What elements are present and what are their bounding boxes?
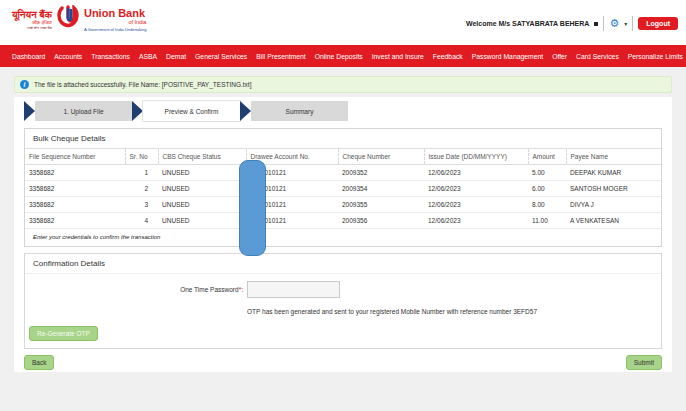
- table-row: 33586824UNUSED0200010121200935612/06/202…: [25, 213, 661, 229]
- info-icon: i: [20, 80, 29, 89]
- table-row: 33586821UNUSED0200010121200935212/06/202…: [25, 165, 661, 181]
- nav-item-personalize-limits[interactable]: Personalize Limits: [628, 53, 683, 60]
- top-header: यूनियन बैंक ऑफ़ इंडिया अच्छे लोग अच्छा ब…: [0, 0, 686, 45]
- table-cell: 12/06/2023: [424, 165, 528, 181]
- actions-row: Back Submit: [24, 355, 662, 370]
- wizard-step-summary[interactable]: Summary: [251, 101, 348, 121]
- divider: [603, 16, 604, 31]
- user-menu-indicator[interactable]: [594, 22, 598, 26]
- bulk-cheque-table: File Sequence NumberSr. NoCBS Cheque Sta…: [25, 148, 661, 229]
- wizard-step-1-upload-file[interactable]: 1. Upload File: [35, 101, 132, 121]
- table-cell: 11.00: [528, 213, 566, 229]
- nav-item-accounts[interactable]: Accounts: [54, 53, 82, 60]
- table-cell: 2: [125, 181, 158, 197]
- confirmation-title: Confirmation Details: [25, 254, 661, 274]
- otp-label-colon: :: [241, 286, 243, 293]
- highlight-overlay: [239, 160, 266, 256]
- table-cell: 12/06/2023: [424, 181, 528, 197]
- nav-item-dashboard[interactable]: Dashboard: [12, 53, 45, 60]
- logo-hindi-text: यूनियन बैंक ऑफ़ इंडिया अच्छे लोग अच्छा ब…: [12, 10, 52, 31]
- welcome-text: Welcome M/s SATYABRATA BEHERA: [466, 20, 589, 27]
- table-cell: 3358682: [25, 165, 125, 181]
- table-cell: UNUSED: [158, 181, 246, 197]
- otp-label: One Time Password*:: [25, 286, 243, 293]
- nav-item-demat[interactable]: Demat: [166, 53, 186, 60]
- nav-item-invest-and-insure[interactable]: Invest and Insure: [372, 53, 424, 60]
- logo-name: Union Bank: [84, 8, 146, 19]
- regenerate-otp-button[interactable]: Re-Generate OTP: [29, 326, 98, 341]
- bulk-cheque-section: Bulk Cheque Details File Sequence Number…: [24, 128, 662, 247]
- logo-english-text: Union Bank of India A Government of Indi…: [84, 8, 146, 32]
- alert-message: The file is attached successfully. File …: [34, 81, 251, 88]
- table-cell: DEEPAK KUMAR: [566, 165, 661, 181]
- union-bank-logo: यूनियन बैंक ऑफ़ इंडिया अच्छे लोग अच्छा ब…: [12, 5, 146, 35]
- table-cell: 12/06/2023: [424, 213, 528, 229]
- settings-caret-icon[interactable]: ▾: [624, 20, 627, 27]
- table-cell: 2009352: [338, 165, 424, 181]
- table-cell: 3358682: [25, 181, 125, 197]
- table-row: 33586822UNUSED0200010121200935412/06/202…: [25, 181, 661, 197]
- nav-item-asba[interactable]: ASBA: [139, 53, 157, 60]
- table-cell: 2009356: [338, 213, 424, 229]
- settings-gear-icon[interactable]: ⚙: [609, 18, 619, 29]
- column-header-issue-date-dd-mm-yyyy: Issue Date (DD/MM/YYYY): [424, 149, 528, 165]
- otp-row: One Time Password*:: [25, 281, 661, 298]
- table-cell: UNUSED: [158, 197, 246, 213]
- table-cell: 6.00: [528, 181, 566, 197]
- nav-item-online-deposits[interactable]: Online Deposits: [315, 53, 363, 60]
- column-header-sr-no: Sr. No: [125, 149, 158, 165]
- column-header-file-sequence-number: File Sequence Number: [25, 149, 125, 165]
- wizard-steps: 1. Upload FilePreview & ConfirmSummary: [24, 101, 672, 121]
- otp-message: OTP has been generated and sent to your …: [247, 308, 653, 315]
- nav-item-transactions[interactable]: Transactions: [91, 53, 130, 60]
- bulk-cheque-title: Bulk Cheque Details: [25, 129, 661, 148]
- nav-item-offer[interactable]: Offer: [552, 53, 567, 60]
- table-cell: 2009355: [338, 197, 424, 213]
- table-cell: SANTOSH MOGER: [566, 181, 661, 197]
- table-cell: A VENKATESAN: [566, 213, 661, 229]
- main-nav: DashboardAccountsTransactionsASBADematGe…: [0, 45, 686, 67]
- table-row: 33586823UNUSED0200010121200935512/06/202…: [25, 197, 661, 213]
- table-cell: 8.00: [528, 197, 566, 213]
- table-cell: DIVYA J: [566, 197, 661, 213]
- step-arrow-icon: [132, 101, 143, 121]
- column-header-amount: Amount: [528, 149, 566, 165]
- table-cell: 3: [125, 197, 158, 213]
- divider: [632, 16, 633, 31]
- nav-item-card-services[interactable]: Card Services: [576, 53, 619, 60]
- table-cell: 1: [125, 165, 158, 181]
- nav-item-feedback[interactable]: Feedback: [433, 53, 463, 60]
- confirmation-section: Confirmation Details One Time Password*:…: [24, 253, 662, 349]
- table-cell: 5.00: [528, 165, 566, 181]
- table-cell: 2009354: [338, 181, 424, 197]
- table-cell: 3358682: [25, 213, 125, 229]
- nav-item-general-services[interactable]: General Services: [195, 53, 247, 60]
- logo-name-sub: of India: [84, 20, 146, 26]
- table-cell: UNUSED: [158, 213, 246, 229]
- success-alert: i The file is attached successfully. Fil…: [14, 76, 672, 93]
- union-bank-emblem-icon: [56, 5, 80, 35]
- back-button[interactable]: Back: [24, 355, 54, 370]
- table-cell: 4: [125, 213, 158, 229]
- logout-button[interactable]: Logout: [638, 17, 678, 30]
- nav-item-password-management[interactable]: Password Management: [472, 53, 543, 60]
- logo-hindi-tagline: अच्छे लोग अच्छा बैंक: [12, 27, 52, 31]
- step-arrow-icon: [240, 101, 251, 121]
- logo-hindi-sub: ऑफ़ इंडिया: [12, 20, 52, 25]
- table-body: 33586821UNUSED0200010121200935212/06/202…: [25, 165, 661, 229]
- step-arrow-icon: [24, 101, 35, 121]
- table-header-row: File Sequence NumberSr. NoCBS Cheque Sta…: [25, 149, 661, 165]
- table-cell: 3358682: [25, 197, 125, 213]
- submit-button[interactable]: Submit: [626, 355, 662, 370]
- table-cell: 12/06/2023: [424, 197, 528, 213]
- nav-item-bill-presentment[interactable]: Bill Presentment: [256, 53, 306, 60]
- wizard-step-preview-confirm[interactable]: Preview & Confirm: [143, 101, 240, 121]
- column-header-cheque-number: Cheque Number: [338, 149, 424, 165]
- content-card: 1. Upload FilePreview & ConfirmSummary B…: [14, 97, 672, 372]
- otp-input[interactable]: [247, 281, 340, 298]
- user-cluster: Welcome M/s SATYABRATA BEHERA ⚙ ▾ Logout: [466, 16, 678, 31]
- logo-tagline: A Government of India Undertaking: [84, 28, 146, 32]
- column-header-cbs-cheque-status: CBS Cheque Status: [158, 149, 246, 165]
- credentials-note: Enter your credentials to confirm the tr…: [25, 229, 661, 246]
- column-header-payee-name: Payee Name: [566, 149, 661, 165]
